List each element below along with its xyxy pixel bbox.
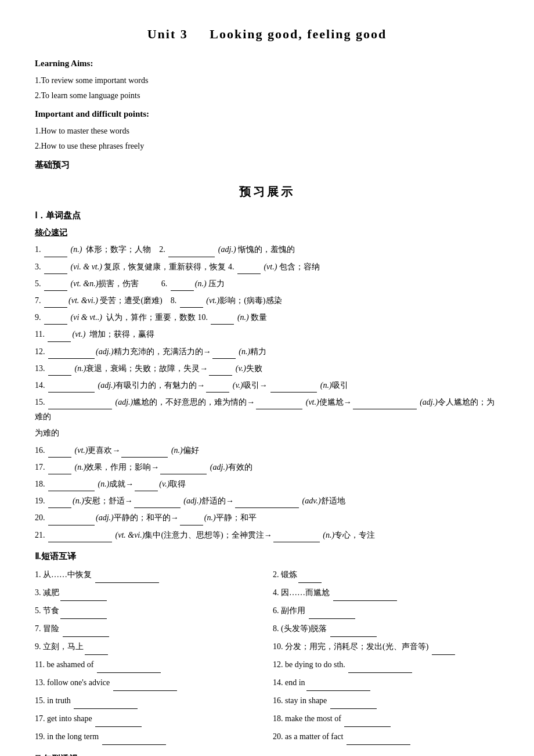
blank-p10-1[interactable] [102,728,166,745]
blank-9-1[interactable] [48,377,95,393]
blank-p8-2[interactable] [330,692,377,709]
vocab-row-10b: 为难的 [35,426,499,440]
learning-aims-label: Learning Aims: [35,56,499,71]
blank-1-2[interactable] [168,242,215,257]
blank-p4-1[interactable] [63,620,109,637]
vocab-row-9: 14. (adj.)有吸引力的，有魅力的→ (v.)吸引→ (n.)吸引 [35,377,499,393]
blank-p6-2[interactable] [348,656,412,673]
learning-aims-section: Learning Aims: 1.To review some importan… [35,56,499,153]
blank-12-1[interactable] [48,459,71,474]
section-phrases-header: Ⅱ.短语互译 [35,549,499,564]
blank-p8-1[interactable] [74,692,138,709]
blank-11-1[interactable] [48,442,71,458]
phrase-2: 2. 锻炼 [273,566,499,583]
blank-5-2[interactable] [211,309,234,325]
section2-label: 短语互译 [41,552,76,561]
vocab-row-8: 13. (n.)衰退，衰竭；失败；故障，失灵→ (v.)失败 [35,361,499,376]
phrase-4: 4. 因……而尴尬 [273,584,499,601]
vocab-row-5: 9. (vi & vt..) 认为，算作；重要，数数 10. (n.) 数量 [35,309,499,325]
blank-p4-2[interactable] [330,620,377,637]
important-point-1: 1.How to master these words [35,124,499,138]
vocab-row-14: 19. (n.)安慰；舒适→ (adj.)舒适的→ (adv.)舒适地 [35,493,499,508]
phrase-5: 5. 节食 [35,602,261,619]
blank-12-2[interactable] [160,459,207,474]
blank-p7-2[interactable] [306,674,370,691]
blank-p3-2[interactable] [309,602,355,619]
vocab-row-3: 5. (vt. &n.)损害，伤害 6. (n.) 压力 [35,276,499,291]
blank-p2-2[interactable] [333,584,397,601]
phrase-grid: 1. 从……中恢复 2. 锻炼 3. 减肥 4. 因……而尴尬 5. 节食 6.… [35,566,499,745]
phrase-13: 13. follow one's advice [35,674,261,691]
blank-7-2[interactable] [212,344,236,359]
jichuyuxi-label: 基础预习 [35,158,499,173]
blank-3-1[interactable] [44,276,67,291]
vocab-row-10: 15. (adj.)尴尬的，不好意思的，难为情的→ (vt.)使尴尬→ (adj… [35,394,499,424]
phrase-14: 14. end in [273,674,499,691]
vocab-row-12: 17. (n.)效果，作用；影响→ (adj.)有效的 [35,459,499,474]
blank-p9-1[interactable] [95,710,142,727]
blank-p1-2[interactable] [298,566,322,583]
blank-15-1[interactable] [48,510,95,525]
vocab-row-15: 20. (adj.)平静的；和平的→ (n.)平静；和平 [35,510,499,525]
blank-1-1[interactable] [44,242,67,257]
blank-p7-1[interactable] [113,674,177,691]
blank-16-1[interactable] [48,527,112,542]
blank-10-1[interactable] [48,394,112,409]
blank-p1-1[interactable] [95,566,159,583]
blank-p9-2[interactable] [344,710,391,727]
phrase-10: 10. 分发；用完，消耗尽；发出(光、声音等) [273,638,499,655]
vocab-row-13: 18. (n.)成就→ (v.)取得 [35,476,499,491]
section-sentences: Ⅲ.句型透视 1. no matter what 引导让步状语从句 Howeve… [35,752,499,756]
blank-10-3[interactable] [353,394,417,409]
phrase-20: 20. as a matter of fact [273,728,499,745]
learning-aim-2: 2.To learn some language points [35,89,499,103]
phrase-16: 16. stay in shape [273,692,499,709]
blank-9-2[interactable] [206,377,229,393]
vocab-row-2: 3. (vi. & vt.) 复原，恢复健康，重新获得，恢复 4. (vt.) … [35,259,499,274]
important-point-2: 2.How to use these phrases freely [35,139,499,153]
roman-2: Ⅱ. [35,552,41,561]
unit-label: Unit 3 [147,27,188,41]
phrase-19: 19. in the long term [35,728,261,745]
blank-p6-1[interactable] [97,656,161,673]
blank-p10-2[interactable] [347,728,410,745]
roman-1: Ⅰ． [35,211,46,220]
blank-14-3[interactable] [235,493,299,508]
blank-7-1[interactable] [48,344,95,359]
page-title: Unit 3 Looking good, feeling good [35,23,499,45]
phrase-17: 17. get into shape [35,710,261,727]
blank-16-2[interactable] [273,527,320,542]
blank-3-2[interactable] [171,276,194,291]
vocab-row-16: 21. (vt. &vi.)集中(注意力、思想等)；全神贯注→ (n.)专心，专… [35,527,499,542]
blank-10-2[interactable] [256,394,302,409]
blank-9-3[interactable] [270,377,317,393]
section-sentences-header: Ⅲ.句型透视 [35,752,499,756]
phrase-9: 9. 立刻，马上 [35,638,261,655]
phrase-15: 15. in truth [35,692,261,709]
blank-4-2[interactable] [180,293,203,308]
vocab-row-11: 16. (vt.)更喜欢→ (n.)偏好 [35,442,499,458]
section-vocab-header: Ⅰ．单词盘点 [35,208,499,224]
blank-p3-1[interactable] [60,602,107,619]
vocab-row-1: 1. (n.) 体形；数字；人物 2. (adj.) 惭愧的，羞愧的 [35,242,499,257]
blank-2-1[interactable] [44,259,67,274]
blank-4-1[interactable] [44,293,67,308]
blank-6-1[interactable] [48,326,71,341]
blank-8-1[interactable] [48,361,71,376]
blank-p5-2[interactable] [432,638,455,655]
blank-2-2[interactable] [237,259,261,274]
phrase-12: 12. be dying to do sth. [273,656,499,673]
blank-13-1[interactable] [48,476,95,491]
phrase-11: 11. be ashamed of [35,656,261,673]
blank-14-1[interactable] [48,493,71,508]
blank-11-2[interactable] [121,442,168,458]
blank-15-2[interactable] [180,510,203,525]
blank-p2-1[interactable] [60,584,107,601]
blank-p5-1[interactable] [85,638,108,655]
blank-5-1[interactable] [44,309,67,325]
phrase-18: 18. make the most of [273,710,499,727]
blank-13-2[interactable] [135,476,158,491]
vocab-row-7: 12. (adj.)精力充沛的，充满活力的→ (n.)精力 [35,344,499,359]
blank-14-2[interactable] [134,493,181,508]
blank-8-2[interactable] [209,361,232,376]
